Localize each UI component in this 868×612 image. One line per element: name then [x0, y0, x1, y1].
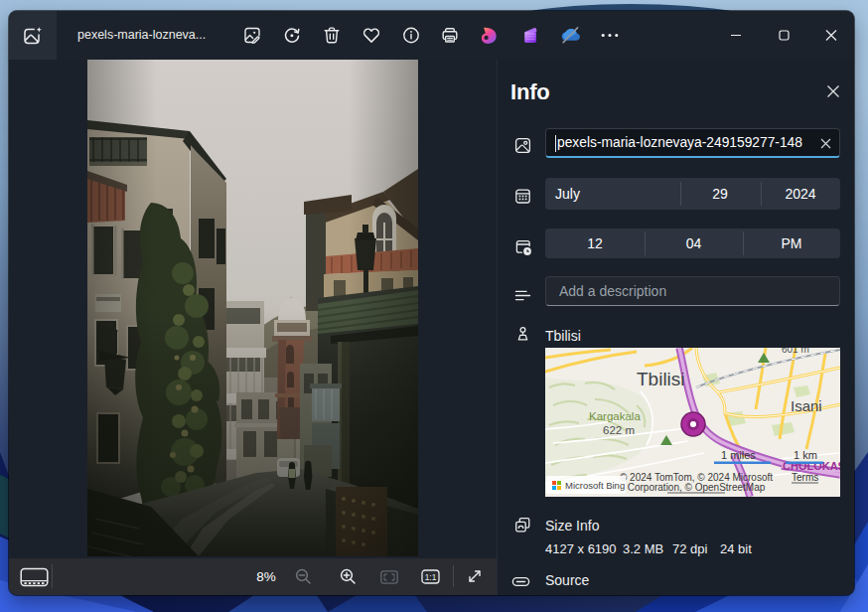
svg-text:Microsoft Bing: Microsoft Bing — [565, 480, 625, 491]
svg-text:Isani: Isani — [791, 397, 822, 414]
svg-text:601 m: 601 m — [782, 348, 809, 355]
svg-text:1:1: 1:1 — [425, 572, 437, 582]
svg-text:Tbilisi: Tbilisi — [637, 369, 685, 389]
svg-text:622 m: 622 m — [603, 424, 635, 436]
svg-text:1 miles: 1 miles — [721, 449, 756, 461]
svg-text:Terms: Terms — [792, 472, 818, 483]
svg-text:Corporation, © OpenStreetMap: Corporation, © OpenStreetMap — [628, 482, 766, 493]
svg-text:Kargakala: Kargakala — [589, 410, 641, 422]
svg-text:1 km: 1 km — [794, 449, 817, 461]
